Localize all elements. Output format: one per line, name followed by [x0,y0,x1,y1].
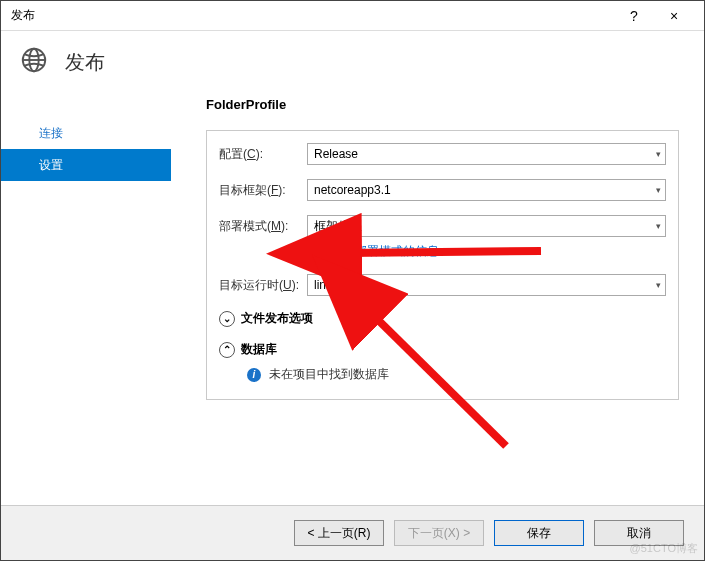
page-title: 发布 [65,49,105,76]
deploy-link-row: 了解有关部署模式的信息 [219,243,666,260]
chevron-down-icon: ⌄ [219,311,235,327]
label-runtime: 目标运行时(U): [219,277,307,294]
combo-framework[interactable]: netcoreapp3.1 ▾ [307,179,666,201]
row-framework: 目标框架(F): netcoreapp3.1 ▾ [219,179,666,201]
watermark: @51CTO博客 [630,541,698,556]
label-config: 配置(C): [219,146,307,163]
window-title: 发布 [11,7,614,24]
next-button: 下一页(X) > [394,520,484,546]
sidebar-item-settings[interactable]: 设置 [1,149,171,181]
header: 发布 [1,31,704,97]
chevron-up-icon: ⌃ [219,342,235,358]
section-database-label: 数据库 [241,341,277,358]
footer: < 上一页(R) 下一页(X) > 保存 取消 [1,505,704,560]
row-deploy: 部署模式(M): 框架依赖 ▾ [219,215,666,237]
combo-deploy[interactable]: 框架依赖 ▾ [307,215,666,237]
combo-config-value: Release [314,147,358,161]
section-database[interactable]: ⌃ 数据库 [219,341,666,358]
profile-name: FolderProfile [206,97,679,112]
section-file-opts[interactable]: ⌄ 文件发布选项 [219,310,666,327]
row-config: 配置(C): Release ▾ [219,143,666,165]
combo-runtime[interactable]: linux-x64 ▾ [307,274,666,296]
info-icon: i [247,368,261,382]
help-button[interactable]: ? [614,8,654,24]
chevron-down-icon: ▾ [656,221,661,231]
row-runtime: 目标运行时(U): linux-x64 ▾ [219,274,666,296]
save-button[interactable]: 保存 [494,520,584,546]
chevron-down-icon: ▾ [656,280,661,290]
settings-box: 配置(C): Release ▾ 目标框架(F): netcoreapp3.1 … [206,130,679,400]
label-deploy: 部署模式(M): [219,218,307,235]
database-msg-text: 未在项目中找到数据库 [269,366,389,383]
sidebar-item-connect[interactable]: 连接 [1,117,171,149]
titlebar: 发布 ? × [1,1,704,31]
combo-runtime-value: linux-x64 [314,278,362,292]
combo-deploy-value: 框架依赖 [314,218,362,235]
database-empty-msg: i 未在项目中找到数据库 [219,358,666,383]
deploy-mode-link[interactable]: 了解有关部署模式的信息 [307,244,439,258]
content: 连接 设置 FolderProfile 配置(C): Release ▾ 目标框… [1,97,704,517]
globe-icon [19,45,49,79]
label-framework: 目标框架(F): [219,182,307,199]
chevron-down-icon: ▾ [656,149,661,159]
sidebar: 连接 设置 [1,97,171,517]
close-button[interactable]: × [654,8,694,24]
chevron-down-icon: ▾ [656,185,661,195]
combo-framework-value: netcoreapp3.1 [314,183,391,197]
main-panel: FolderProfile 配置(C): Release ▾ 目标框架(F): … [171,97,704,517]
prev-button[interactable]: < 上一页(R) [294,520,384,546]
combo-config[interactable]: Release ▾ [307,143,666,165]
section-file-opts-label: 文件发布选项 [241,310,313,327]
